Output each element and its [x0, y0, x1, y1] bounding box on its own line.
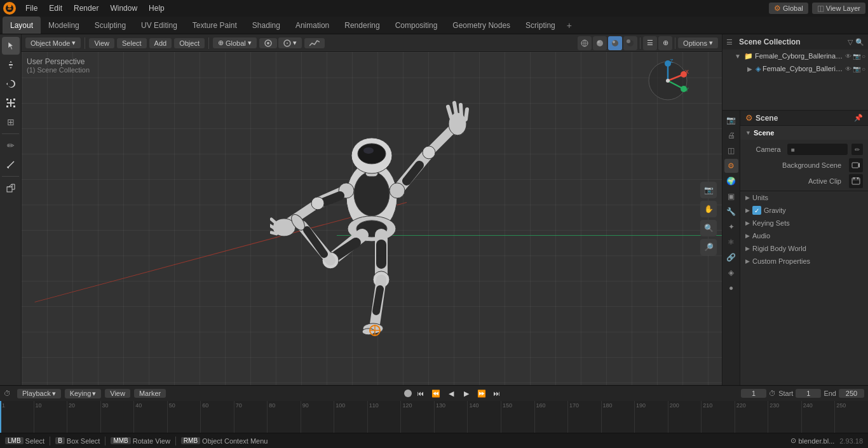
tab-compositing[interactable]: Compositing — [388, 17, 445, 34]
tab-rendering[interactable]: Rendering — [337, 17, 387, 34]
units-section[interactable]: ▶ Units — [740, 191, 868, 204]
object-menu[interactable]: Object — [174, 38, 205, 48]
object-mode-dropdown[interactable]: Object Mode ▾ — [25, 37, 81, 48]
outliner-item-mesh[interactable]: ▶ ◈ Female_Cyborg_Ballerina 👁 📷 ○ — [722, 62, 868, 75]
add-workspace-button[interactable]: + — [563, 19, 576, 32]
zoom-out-button[interactable]: 🔎 — [700, 239, 717, 255]
snap-toggle[interactable] — [259, 38, 277, 48]
view-menu[interactable]: View — [89, 38, 114, 48]
solid-mode-button[interactable] — [593, 36, 607, 50]
scene-selector[interactable]: ⚙ Global — [769, 3, 808, 14]
tab-texture-paint[interactable]: Texture Paint — [185, 17, 245, 34]
transform-space-dropdown[interactable]: ⊕ Global ▾ — [213, 37, 257, 48]
transform-tool[interactable]: ⊞ — [2, 113, 20, 131]
jump-to-start-button[interactable]: ⏮ — [414, 387, 427, 400]
gravity-checkbox[interactable]: ✓ — [752, 206, 761, 215]
audio-section[interactable]: ▶ Audio — [740, 229, 868, 242]
render-icon-1[interactable]: ○ — [862, 65, 865, 72]
camera-icon-0[interactable]: 📷 — [853, 53, 860, 60]
keying-menu[interactable]: Keying ▾ — [65, 389, 102, 398]
world-props-icon[interactable]: 🌍 — [724, 174, 738, 188]
overlay-toggle[interactable]: ☰ — [643, 36, 657, 50]
tab-modeling[interactable]: Modeling — [41, 17, 87, 34]
tab-layout[interactable]: Layout — [3, 17, 41, 34]
current-frame-input[interactable]: 1 — [741, 389, 766, 398]
tab-animation[interactable]: Animation — [288, 17, 337, 34]
select-menu[interactable]: Select — [117, 38, 147, 48]
marker-menu[interactable]: Marker — [134, 389, 166, 398]
modifier-props-icon[interactable]: 🔧 — [724, 205, 738, 219]
move-tool[interactable] — [2, 56, 20, 74]
tab-uv-editing[interactable]: UV Editing — [133, 17, 185, 34]
outliner-filter-icon[interactable]: ▽ — [848, 38, 853, 46]
scale-tool[interactable] — [2, 94, 20, 112]
jump-to-end-button[interactable]: ⏭ — [491, 387, 503, 400]
play-reverse-button[interactable]: ◀ — [445, 387, 458, 400]
options-dropdown[interactable]: Options ▾ — [678, 37, 718, 48]
visibility-icon-1[interactable]: 👁 — [845, 65, 851, 72]
physics-props-icon[interactable]: ⚛ — [724, 235, 738, 249]
rendered-mode-button[interactable] — [623, 36, 637, 50]
cursor-tool[interactable] — [2, 37, 20, 55]
custom-props-section[interactable]: ▶ Custom Properties — [740, 255, 868, 268]
gravity-section[interactable]: ▶ ✓ Gravity — [740, 204, 868, 217]
render-props-icon[interactable]: 📷 — [724, 113, 738, 127]
add-cube-tool[interactable] — [2, 179, 20, 197]
tab-sculpting[interactable]: Sculpting — [87, 17, 133, 34]
view-layer-selector[interactable]: ◫ View Layer — [812, 3, 865, 14]
material-preview-button[interactable] — [608, 36, 622, 50]
graph-toggle[interactable] — [304, 38, 325, 48]
camera-value[interactable]: ■ — [787, 144, 848, 155]
zoom-in-button[interactable]: 🔍 — [700, 220, 717, 236]
rotate-tool[interactable] — [2, 75, 20, 93]
view-menu-timeline[interactable]: View — [105, 389, 130, 398]
keying-sets-section[interactable]: ▶ Keying Sets — [740, 217, 868, 229]
viewport-canvas[interactable]: User Perspective (1) Scene Collection — [22, 52, 722, 385]
menu-window[interactable]: Window — [105, 3, 142, 14]
render-icon-0[interactable]: ○ — [862, 53, 865, 60]
hand-tool-button[interactable]: ✋ — [700, 201, 717, 217]
menu-file[interactable]: File — [20, 3, 43, 14]
camera-edit-icon[interactable]: ✏ — [851, 144, 863, 155]
scene-props-icon[interactable]: ⚙ — [724, 159, 738, 173]
menu-edit[interactable]: Edit — [44, 3, 67, 14]
tab-scripting[interactable]: Scripting — [518, 17, 563, 34]
menu-help[interactable]: Help — [144, 3, 170, 14]
bg-scene-camera-icon[interactable] — [849, 158, 863, 172]
active-clip-icon[interactable] — [849, 174, 863, 188]
wireframe-mode-button[interactable] — [578, 36, 592, 50]
add-menu[interactable]: Add — [149, 38, 172, 48]
gizmo-toggle[interactable]: ⊕ — [658, 36, 672, 50]
material-props-icon[interactable]: ● — [724, 281, 738, 295]
outliner-search-icon[interactable]: 🔍 — [855, 38, 864, 46]
scene-section-header[interactable]: ▼ Scene — [740, 126, 868, 140]
tab-geometry-nodes[interactable]: Geometry Nodes — [445, 17, 518, 34]
proportional-toggle[interactable]: ▾ — [278, 37, 302, 48]
camera-icon-1[interactable]: 📷 — [853, 65, 860, 72]
end-frame-input[interactable]: 250 — [839, 389, 864, 398]
camera-view-button[interactable]: 📷 — [700, 182, 717, 198]
timeline-ruler[interactable]: (function() { const marks = ['1','10','2… — [0, 401, 868, 433]
visibility-icon-0[interactable]: 👁 — [845, 53, 851, 60]
record-button[interactable] — [404, 390, 412, 397]
measure-tool[interactable] — [2, 156, 20, 173]
viewport-gizmo[interactable]: X Y Z — [646, 58, 690, 103]
play-button[interactable]: ▶ — [460, 387, 473, 400]
particles-props-icon[interactable]: ✦ — [724, 220, 738, 234]
next-keyframe-button[interactable]: ⏩ — [475, 387, 488, 400]
tab-shading[interactable]: Shading — [245, 17, 288, 34]
output-props-icon[interactable]: 🖨 — [724, 128, 738, 142]
outliner-item-collection[interactable]: ▼ 📁 Female_Cyborg_Ballerina_Po 👁 📷 ○ — [722, 50, 868, 62]
menu-render[interactable]: Render — [69, 3, 104, 14]
timeline-icon[interactable]: ⏱ — [4, 390, 11, 397]
start-frame-input[interactable]: 1 — [796, 389, 821, 398]
constraints-props-icon[interactable]: 🔗 — [724, 250, 738, 264]
prev-keyframe-button[interactable]: ⏪ — [430, 387, 442, 400]
rigid-body-section[interactable]: ▶ Rigid Body World — [740, 242, 868, 255]
pin-icon[interactable]: 📌 — [854, 114, 863, 122]
annotate-tool[interactable]: ✏ — [2, 137, 20, 154]
playback-menu[interactable]: Playback ▾ — [17, 389, 61, 398]
view-layer-props-icon[interactable]: ◫ — [724, 144, 738, 158]
data-props-icon[interactable]: ◈ — [724, 266, 738, 280]
object-props-icon[interactable]: ▣ — [724, 189, 738, 203]
